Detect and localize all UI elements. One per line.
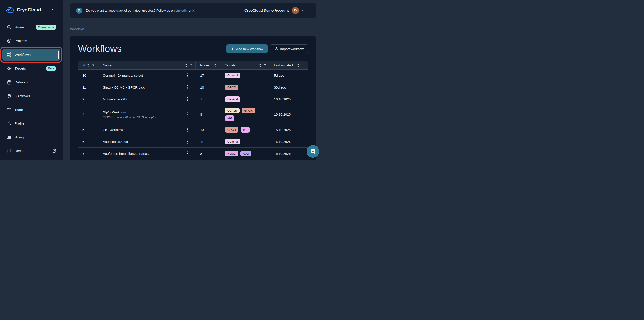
kebab-menu-icon[interactable] — [186, 84, 189, 90]
sidebar-item-label: Workflows — [15, 53, 30, 57]
cell-last-updated: 16.10.2025 — [270, 113, 308, 116]
table-row[interactable]: 5Cb1 workflow13GPCRMP16.10.2025 — [78, 124, 308, 136]
sidebar-item-billing[interactable]: Billing — [2, 132, 60, 143]
sidebar-item-datasets[interactable]: Datasets — [2, 77, 60, 88]
nav-slot-team: Team — [0, 103, 62, 117]
kebab-menu-icon[interactable] — [186, 139, 189, 144]
table-row[interactable]: 4Glp1r Workflow3.22A / 1.5h workflow for… — [78, 105, 308, 124]
upload-icon — [275, 47, 278, 51]
sidebar-item-label: Billing — [14, 135, 24, 139]
cell-id: 10 — [78, 74, 98, 77]
column-header-targets[interactable]: Targets — [220, 61, 270, 69]
sort-icon[interactable] — [259, 64, 261, 67]
sidebar-item-targets[interactable]: TargetsBeta — [2, 63, 60, 74]
sidebar-item-team[interactable]: Team — [2, 104, 60, 115]
sort-icon[interactable] — [297, 64, 299, 67]
table-header: IdNameNodesTargetsLast updated — [78, 61, 308, 70]
table-row[interactable]: 2Motion>class2D7General16.10.2025 — [78, 93, 308, 105]
table-row[interactable]: 10General - 2x manual select17General5d … — [78, 70, 308, 81]
nav-slot-viewer3d: 3D Viewer — [0, 89, 62, 103]
target-tags: General — [225, 95, 259, 104]
nav-slot-docs: Docs — [0, 144, 62, 158]
workflow-name-text: Cb1 workflow — [103, 128, 123, 132]
cell-id: 6 — [78, 140, 98, 144]
cell-name: Cb1 workflow — [98, 127, 196, 133]
workflow-name: Motion>class2D — [103, 97, 127, 101]
nav-slot-billing: Billing — [0, 130, 62, 144]
cell-last-updated: 16.10.2025 — [270, 140, 308, 144]
workflows-card: Workflows Add new workflow Import workfl… — [70, 36, 316, 160]
account-menu[interactable]: CryoCloud Demo Account ID — [244, 7, 305, 14]
workflow-icon — [7, 52, 12, 57]
cell-last-updated: 5d ago — [270, 74, 308, 77]
sort-icon[interactable] — [185, 64, 187, 67]
workflow-name: General - 2x manual select — [103, 74, 143, 77]
sort-icon[interactable] — [87, 64, 89, 67]
search-icon[interactable] — [92, 64, 94, 67]
workflows-table: IdNameNodesTargetsLast updated 10General… — [78, 61, 308, 159]
sort-icon[interactable] — [214, 64, 216, 67]
x-link[interactable]: X — [192, 9, 195, 12]
header-icons-nodes — [214, 64, 216, 67]
kebab-menu-icon[interactable] — [186, 127, 189, 133]
import-workflow-button[interactable]: Import workflow — [270, 44, 308, 53]
workflow-name: Autoclass3D test — [103, 140, 128, 144]
sidebar-item-label: Projects — [14, 39, 27, 43]
workflow-name-text: Glp1r Workflow — [103, 110, 156, 114]
sidebar-collapse-icon[interactable] — [51, 7, 57, 13]
banner-message-prefix: Do you want to keep track of our latest … — [86, 9, 176, 12]
announcement-banner: Do you want to keep track of our latest … — [70, 3, 316, 18]
workflow-name: Apoferritin from aligned frames — [103, 152, 148, 155]
sidebar-item-projects[interactable]: Projects — [2, 36, 60, 46]
column-header-name[interactable]: Name — [98, 61, 196, 69]
logo-row: CryoCloud — [0, 0, 62, 20]
linkedin-link[interactable]: LinkedIn — [176, 9, 188, 12]
sidebar-item-profile[interactable]: Profile — [2, 118, 60, 129]
target-tags: General — [225, 71, 259, 80]
sidebar-item-label: 3D Viewer — [14, 94, 30, 98]
workflow-subtitle: 3.22A / 1.5h workflow for GLP1 receptor — [103, 115, 156, 119]
workflow-name: Cb1 workflow — [103, 128, 123, 132]
cell-nodes: 9 — [196, 113, 220, 116]
banner-message: Do you want to keep track of our latest … — [86, 9, 196, 12]
cell-last-updated: 16.10.2025 — [270, 152, 308, 155]
column-header-updated[interactable]: Last updated — [270, 61, 308, 69]
sidebar-item-label: Datasets — [14, 80, 28, 84]
add-new-workflow-button[interactable]: Add new workflow — [226, 44, 268, 53]
sidebar-item-label: Home — [14, 25, 24, 29]
sidebar-item-docs[interactable]: Docs — [2, 146, 60, 156]
workflow-name-text: General - 2x manual select — [103, 74, 143, 77]
news-icon — [76, 8, 82, 14]
filter-icon[interactable] — [264, 64, 266, 67]
table-row[interactable]: 11Glp1r - CC MC - GPCR pick10GPCR36d ago — [78, 81, 308, 93]
target-tag: GPCR — [225, 85, 238, 90]
column-header-nodes[interactable]: Nodes — [196, 61, 220, 69]
sidebar-item-label: Profile — [14, 121, 24, 125]
workflow-name: Glp1r - CC MC - GPCR pick — [103, 85, 144, 89]
workflow-name-text: Glp1r - CC MC - GPCR pick — [103, 85, 144, 89]
billing-icon — [7, 135, 12, 140]
cell-name: Motion>class2D — [98, 96, 196, 102]
column-header-id[interactable]: Id — [78, 61, 98, 69]
kebab-menu-icon[interactable] — [186, 151, 189, 156]
kebab-menu-icon[interactable] — [186, 73, 189, 78]
kebab-menu-icon[interactable] — [186, 96, 189, 102]
sidebar-item-label: Docs — [14, 149, 22, 153]
workflow-name: Glp1r Workflow3.22A / 1.5h workflow for … — [103, 110, 156, 119]
cell-targets: GPCR — [220, 83, 270, 92]
cell-id: 11 — [78, 85, 98, 89]
table-row[interactable]: 6Autoclass3D test11General16.10.2025 — [78, 136, 308, 148]
sidebar-item-workflows[interactable]: Workflows — [2, 49, 60, 61]
chat-button[interactable] — [306, 145, 319, 158]
column-label-id: Id — [82, 64, 85, 67]
sidebar-item-viewer3d[interactable]: 3D Viewer — [2, 91, 60, 101]
target-tag: General — [225, 73, 240, 78]
account-name: CryoCloud Demo Account — [244, 9, 289, 13]
layers-icon — [7, 94, 12, 98]
search-icon[interactable] — [190, 64, 192, 67]
user-icon — [7, 121, 12, 126]
workflow-name-text: Apoferritin from aligned frames — [103, 152, 148, 155]
kebab-menu-icon[interactable] — [186, 112, 189, 117]
sidebar-item-home[interactable]: HomeComing soon — [2, 22, 60, 33]
table-row[interactable]: 7Apoferritin from aligned frames8NoMCApo… — [78, 148, 308, 159]
